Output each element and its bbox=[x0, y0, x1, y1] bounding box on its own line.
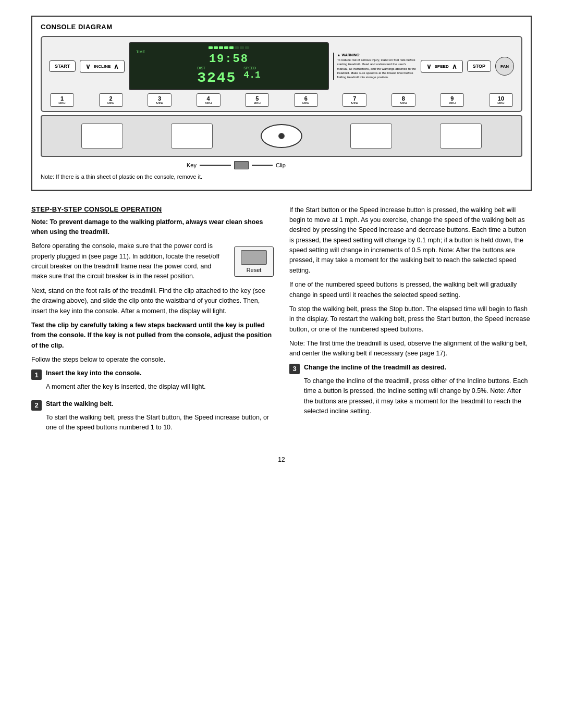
prog-seg-3 bbox=[219, 46, 223, 49]
step-2-title: Start the walking belt. bbox=[46, 400, 113, 409]
key-label-group: Key Clip bbox=[187, 161, 286, 169]
incline-controls: ∨ INCLINE ∧ bbox=[80, 60, 125, 73]
speed-btn-1[interactable]: 1MPH bbox=[50, 93, 74, 107]
display-speed: 4.1 bbox=[243, 70, 260, 80]
treadmill-surface bbox=[41, 115, 522, 157]
intro-p2: Next, stand on the foot rails of the tre… bbox=[31, 286, 274, 316]
speed-down-button[interactable]: ∨ bbox=[426, 63, 432, 70]
step-1-title: Insert the key into the console. bbox=[46, 369, 141, 378]
display-time: 19:58 bbox=[209, 54, 249, 65]
reset-label: Reset bbox=[247, 267, 262, 273]
step-3-header: 3 Change the incline of the treadmill as… bbox=[289, 363, 532, 374]
incline-down-button[interactable]: ∨ bbox=[85, 63, 91, 70]
right-p1: If the Start button or the Speed increas… bbox=[289, 205, 532, 276]
speed-val-label: SPEED bbox=[243, 66, 256, 70]
step-3-block: 3 Change the incline of the treadmill as… bbox=[289, 363, 532, 417]
console-diagram-title: CONSOLE DIAGRAM bbox=[41, 23, 522, 31]
prog-seg-6 bbox=[235, 46, 239, 49]
surface-left-btn-1 bbox=[81, 124, 123, 149]
speed-controls: ∨ SPEED ∧ bbox=[421, 60, 463, 73]
warning-area: ▲ WARNING: To reduce risk of serious inj… bbox=[333, 53, 417, 80]
right-p3: To stop the walking belt, press the Stop… bbox=[289, 304, 532, 335]
prog-seg-8 bbox=[245, 46, 249, 49]
console-top-row: START ∨ INCLINE ∧ bbox=[49, 42, 514, 90]
speed-label: SPEED bbox=[435, 64, 449, 69]
intro-block: Reset Before operating the console, make… bbox=[31, 241, 274, 286]
clip-line bbox=[252, 165, 273, 166]
key-oval bbox=[261, 124, 302, 148]
step-2-header: 2 Start the walking belt. bbox=[31, 400, 274, 411]
warning-title: ▲ WARNING: bbox=[337, 53, 417, 58]
prog-seg-1 bbox=[209, 46, 213, 49]
key-clip-rect bbox=[234, 161, 249, 169]
incline-up-button[interactable]: ∧ bbox=[114, 63, 119, 70]
right-column: If the Start button or the Speed increas… bbox=[289, 205, 532, 440]
speed-btn-4[interactable]: 4MPH bbox=[197, 93, 221, 107]
stop-button[interactable]: STOP bbox=[467, 60, 491, 72]
speed-btn-10[interactable]: 10MPH bbox=[489, 93, 513, 107]
reset-box: Reset bbox=[234, 246, 274, 277]
display-bottom: DIST 3245 SPEED 4.1 bbox=[197, 66, 261, 86]
speed-btn-2[interactable]: 2MPH bbox=[99, 93, 123, 107]
bold-note: Note: To prevent damage to the walking p… bbox=[31, 217, 274, 238]
warning-text: To reduce risk of serious injury, stand … bbox=[337, 58, 417, 80]
step-1-block: 1 Insert the key into the console. A mom… bbox=[31, 369, 274, 392]
step-2-block: 2 Start the walking belt. To start the w… bbox=[31, 400, 274, 433]
step-3-title: Change the incline of the treadmill as d… bbox=[304, 363, 446, 373]
step-3-body: To change the incline of the treadmill, … bbox=[304, 376, 532, 417]
speed-btn-3[interactable]: 3MPH bbox=[148, 93, 172, 107]
step-1-number: 1 bbox=[31, 369, 42, 380]
console-diagram-section: CONSOLE DIAGRAM START ∨ INCLINE ∧ bbox=[31, 16, 532, 191]
incline-group: ∨ INCLINE ∧ bbox=[80, 60, 125, 73]
prog-seg-5 bbox=[229, 46, 234, 49]
reset-inner bbox=[241, 250, 267, 265]
intro-bold: Test the clip by carefully taking a few … bbox=[31, 320, 274, 351]
speed-btn-6[interactable]: 6MPH bbox=[294, 93, 318, 107]
page-number: 12 bbox=[31, 456, 532, 463]
section-title: STEP-BY-STEP CONSOLE OPERATION bbox=[31, 205, 274, 213]
key-dot bbox=[278, 133, 285, 139]
fan-button[interactable]: FAN bbox=[495, 57, 514, 76]
progress-bar bbox=[209, 46, 249, 49]
right-p2: If one of the numbered speed buttons is … bbox=[289, 280, 532, 300]
diagram-note: Note: If there is a thin sheet of plasti… bbox=[41, 172, 522, 181]
key-clip-group bbox=[261, 124, 302, 148]
step-1-header: 1 Insert the key into the console. bbox=[31, 369, 274, 380]
speed-btn-7[interactable]: 7MPH bbox=[342, 93, 366, 107]
right-p4: Note: The first time the treadmill is us… bbox=[289, 339, 532, 359]
prog-seg-2 bbox=[214, 46, 218, 49]
surface-right-btn-1 bbox=[350, 124, 392, 149]
left-column: STEP-BY-STEP CONSOLE OPERATION Note: To … bbox=[31, 205, 274, 440]
step-1-body: A moment after the key is inserted, the … bbox=[46, 382, 274, 392]
speed-btn-5[interactable]: 5MPH bbox=[245, 93, 269, 107]
key-line bbox=[200, 165, 231, 166]
console-panel: START ∨ INCLINE ∧ bbox=[41, 36, 522, 112]
time-label: TIME bbox=[136, 50, 145, 54]
display-dist: 3245 bbox=[197, 70, 236, 86]
intro-p3: Follow the steps below to operate the co… bbox=[31, 355, 274, 365]
speed-group: ∨ SPEED ∧ bbox=[421, 60, 463, 73]
step-2-number: 2 bbox=[31, 400, 42, 411]
speed-up-button[interactable]: ∧ bbox=[452, 63, 457, 70]
incline-label: INCLINE bbox=[94, 64, 111, 69]
speed-btn-8[interactable]: 8MPH bbox=[391, 93, 415, 107]
speed-numbers-row: 1MPH2MPH3MPH4MPH5MPH6MPH7MPH8MPH9MPH10MP… bbox=[49, 93, 514, 107]
clip-label: Clip bbox=[276, 162, 286, 168]
prog-seg-7 bbox=[240, 46, 244, 49]
step-2-body: To start the walking belt, press the Sta… bbox=[46, 413, 274, 433]
surface-left-btn-2 bbox=[171, 124, 213, 149]
key-label: Key bbox=[187, 162, 197, 168]
reset-figure: Reset bbox=[234, 246, 274, 277]
dist-label: DIST bbox=[197, 66, 205, 70]
surface-right-btn-2 bbox=[440, 124, 482, 149]
main-display: TIME 19:58 DIST 3245 SPEED 4.1 bbox=[129, 42, 328, 90]
key-clip-labels: Key Clip bbox=[41, 161, 522, 169]
main-content: STEP-BY-STEP CONSOLE OPERATION Note: To … bbox=[31, 205, 532, 440]
start-button[interactable]: START bbox=[49, 60, 76, 72]
step-3-number: 3 bbox=[289, 364, 300, 374]
speed-btn-9[interactable]: 9MPH bbox=[440, 93, 464, 107]
prog-seg-4 bbox=[224, 46, 228, 49]
